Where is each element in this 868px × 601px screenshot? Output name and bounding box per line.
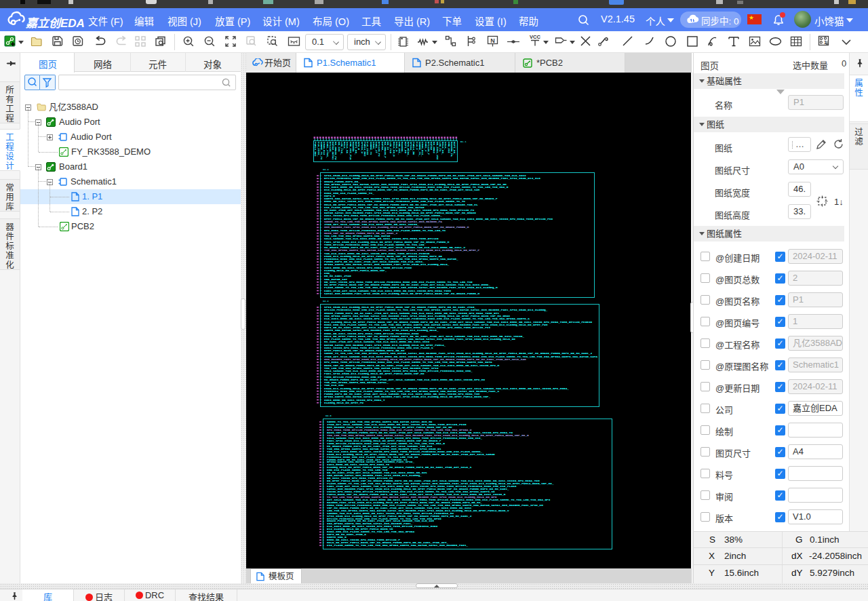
svg-text:VCC: VCC xyxy=(530,34,540,40)
svg-text:1: 1 xyxy=(824,39,827,45)
svg-text:N: N xyxy=(490,37,495,44)
